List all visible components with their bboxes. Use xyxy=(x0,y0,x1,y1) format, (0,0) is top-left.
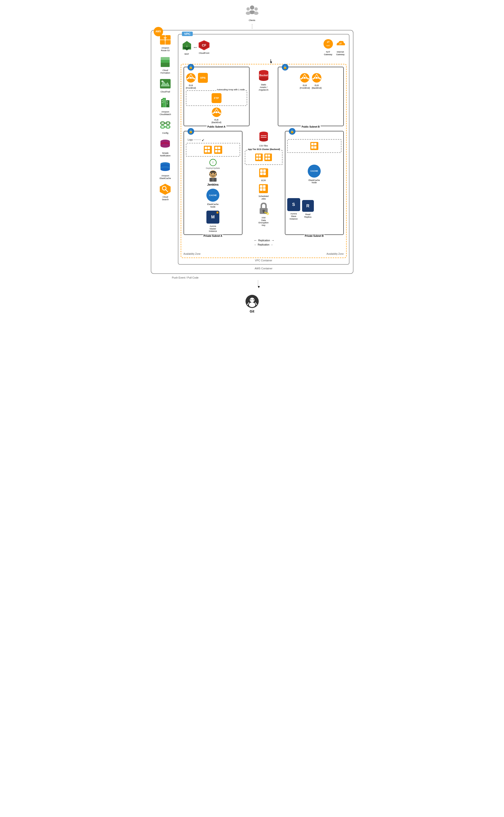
elasticache-sidebar-icon xyxy=(159,160,172,173)
sidebar-item-route53: T AmazonRoute 53 xyxy=(155,34,176,52)
svg-rect-122 xyxy=(256,157,258,160)
nat-gateway-label: NATGateway xyxy=(324,51,332,56)
lock-icon-subnet-b: 🔒 xyxy=(282,64,288,70)
ecs-cluster-label: App Tier ECS Cluster (Backend) xyxy=(247,148,281,150)
svg-rect-131 xyxy=(263,169,266,172)
clients-icon-group: Clients xyxy=(244,5,260,22)
private-subnet-b: 🔒 xyxy=(285,131,344,235)
cloudtrail-label: CloudTrail xyxy=(160,90,170,93)
public-subnets-row: 🔒 xyxy=(184,67,344,126)
replication-label-aurora: Replication xyxy=(258,244,269,246)
clients-section: Clients xyxy=(151,5,353,22)
deploy-arrow-icon: ↑ xyxy=(209,159,217,166)
ecs-icons-a xyxy=(188,145,238,154)
svg-rect-23 xyxy=(167,103,168,104)
svg-point-86 xyxy=(306,77,307,78)
aws-container-label: AWS Container xyxy=(178,267,349,270)
svg-rect-133 xyxy=(263,172,266,175)
ecs-icons-b xyxy=(290,141,339,150)
sidebar-item-elasticache: AmazonElastiCache xyxy=(155,160,176,180)
svg-point-150 xyxy=(250,298,254,302)
svg-rect-123 xyxy=(259,157,261,160)
jenkins-label: Jenkins xyxy=(207,183,218,186)
svg-point-3 xyxy=(246,12,250,15)
svg-rect-11 xyxy=(161,59,170,63)
subnet-a-content: ELB(FrontEnd) VPN xyxy=(186,69,247,123)
svg-point-87 xyxy=(300,78,302,79)
ecs-cluster-private-a xyxy=(186,143,240,156)
sidebar-item-cloudtrail: CloudTrail xyxy=(155,78,176,93)
private-subnet-a: 🔒 Logs ↙ xyxy=(184,131,242,235)
svg-point-155 xyxy=(253,299,254,300)
aurora-slave-label: AuroraSlaveInstance xyxy=(290,213,298,220)
svg-point-74 xyxy=(219,112,221,114)
svg-point-88 xyxy=(307,78,309,79)
read-replica-label: ReadReplica xyxy=(304,213,311,219)
svg-point-98 xyxy=(320,78,321,79)
svg-point-110 xyxy=(211,173,212,174)
availability-zone-container: 🔒 xyxy=(181,64,347,258)
svg-rect-147 xyxy=(311,146,314,148)
svg-point-77 xyxy=(259,77,268,81)
svg-point-111 xyxy=(214,173,215,174)
ecr-label: ECR xyxy=(261,179,266,182)
replication-cache-label-row: ← Replication → xyxy=(254,239,274,242)
route53-label: AmazonRoute 53 xyxy=(161,47,170,52)
diagram-wrapper: Clients AWS T AmazonRoute 53 xyxy=(146,0,358,318)
svg-rect-121 xyxy=(259,154,261,156)
git-label: Git xyxy=(250,310,254,314)
svg-rect-136 xyxy=(263,185,266,188)
svg-rect-12 xyxy=(161,57,170,60)
svg-point-154 xyxy=(250,299,251,300)
svg-rect-24 xyxy=(161,122,164,124)
sidebar-item-cloudformation: CloudFormation xyxy=(155,55,176,74)
svg-point-116 xyxy=(259,138,268,141)
r-label: R xyxy=(306,203,309,209)
svg-rect-103 xyxy=(208,150,210,152)
elb-backend-b-icon xyxy=(312,73,322,83)
middle-section: CSV files App Tier ECS Cluster (Backend) xyxy=(245,131,283,235)
elasticache-b-icon: CACHE xyxy=(308,164,321,177)
lock-icon-private-b: 🔒 xyxy=(289,128,295,135)
svg-rect-145 xyxy=(311,143,314,145)
public-subnet-a-label: Public Subnet A xyxy=(206,125,226,128)
elasticache-sidebar-label: AmazonElastiCache xyxy=(160,174,171,180)
autoscaling-label: Autoscaling Array with 1 node xyxy=(216,88,246,91)
logs-arrow: ↙ xyxy=(202,138,205,142)
svg-rect-125 xyxy=(265,154,267,156)
cloudwatch-icon xyxy=(159,97,172,110)
az-b-label: Availability Zone xyxy=(327,253,344,255)
svg-text:CF: CF xyxy=(202,43,206,47)
elasticache-b-group: CACHE ElastiCacheNode xyxy=(287,164,341,184)
aws-badge: AWS xyxy=(154,27,163,36)
nat-gateway-icon: ⇄ NAT xyxy=(322,39,334,49)
svg-rect-138 xyxy=(263,188,266,191)
waf-label: WAF xyxy=(184,53,189,55)
public-subnet-a: 🔒 xyxy=(184,67,250,126)
svg-rect-130 xyxy=(260,169,263,172)
waf-group: ↓ WAF xyxy=(181,39,193,55)
config-label: Config xyxy=(162,132,168,134)
main-content: VPC ↓ WAF xyxy=(178,34,349,270)
internet-gateway-label: InternetGateway xyxy=(336,51,345,56)
subnet-b-content: ELB(FrontEnd) xyxy=(280,69,341,89)
replication-aurora-label-row: ← Replication → xyxy=(254,244,273,246)
internet-gateway-group: ⇄ InternetGateway xyxy=(334,39,347,56)
scheduled-jobs-label: ScheduledJobs xyxy=(258,195,269,200)
svg-point-97 xyxy=(312,78,314,79)
elb-frontend-b-label: ELB(FrontEnd) xyxy=(300,84,310,89)
svg-point-5 xyxy=(254,12,258,15)
elb-backend-a-icon xyxy=(212,107,221,117)
deploy-update-row: ↑ xyxy=(209,159,217,166)
svg-text:↓: ↓ xyxy=(186,44,188,48)
push-event-section: Push Event / Pull Code xyxy=(172,276,353,279)
csv-icon xyxy=(258,131,269,143)
csv-files-group: CSV files xyxy=(258,131,269,147)
elb-frontend-a-icon xyxy=(186,73,196,83)
elb-frontend-a-label: ELB(FrontEnd) xyxy=(186,84,196,89)
vpc-container: VPC ↓ WAF xyxy=(178,34,349,265)
svg-rect-107 xyxy=(215,150,217,152)
svg-rect-20 xyxy=(164,99,164,100)
svg-rect-106 xyxy=(218,147,220,149)
cloudwatch-label: AmazonCloudWatch xyxy=(160,111,171,116)
